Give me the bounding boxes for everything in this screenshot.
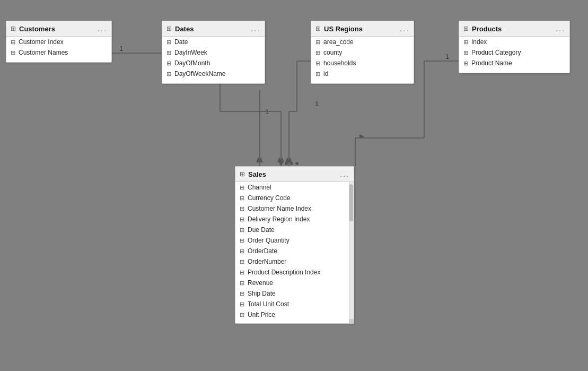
svg-marker-6 [280,157,284,162]
sales-field-label-8: Product Description Index [248,269,320,276]
svg-point-25 [285,162,288,165]
field-icon: ⊞ [240,216,244,223]
dates-field-2: ⊞ DayOfMonth [162,58,265,68]
field-icon: ⊞ [315,60,320,67]
field-icon: ⊞ [11,39,15,46]
sales-field-label-1: Currency Code [248,194,291,202]
products-field-2: ⊞ Product Name [459,58,569,68]
sales-field-label-11: Total Unit Cost [248,300,289,308]
svg-marker-10 [259,157,263,162]
customers-field-label-0: Customer Index [19,38,64,46]
sales-table-header[interactable]: ⊞ Sales ... [235,167,354,182]
us-regions-field-label-3: id [323,70,328,77]
sales-table-resize-handle[interactable] [349,319,354,323]
sales-field-label-5: Order Quantity [248,237,289,244]
sales-field-8: ⊞ Product Description Index [235,267,354,278]
field-icon: ⊞ [463,60,468,67]
field-icon: ⊞ [166,71,171,77]
sales-field-label-12: Unit Price [248,311,275,318]
svg-text:1: 1 [119,45,123,53]
field-icon: ⊞ [463,49,468,56]
us-regions-field-2: ⊞ households [311,58,414,68]
sales-field-1: ⊞ Currency Code [235,193,354,203]
dates-field-3: ⊞ DayOfWeekName [162,68,265,79]
customers-table-menu[interactable]: ... [98,24,107,33]
dates-field-1: ⊞ DayInWeek [162,47,265,58]
products-table-header[interactable]: ⊞ Products ... [459,21,569,37]
sales-field-10: ⊞ Ship Date [235,288,354,299]
field-icon: ⊞ [240,269,244,276]
dates-table: ⊞ Dates ... ⊞ Date ⊞ DayInWeek ⊞ DayOfMo… [162,21,265,84]
dates-field-label-2: DayOfMonth [174,59,210,67]
products-grid-icon: ⊞ [463,25,469,32]
svg-point-27 [295,162,299,165]
svg-point-24 [279,162,283,165]
field-icon: ⊞ [166,39,171,46]
sales-field-label-3: Delivery Region Index [248,215,310,223]
customers-field-1: ⊞ Customer Names [6,47,111,58]
products-table-title: Products [472,25,502,33]
sales-field-label-2: Customer Name Index [248,205,311,212]
field-icon: ⊞ [240,301,244,308]
us-regions-field-0: ⊞ area_code [311,37,414,47]
us-regions-field-label-0: area_code [323,38,354,46]
dates-grid-icon: ⊞ [166,25,172,32]
svg-marker-23 [359,134,365,139]
sales-field-6: ⊞ OrderDate [235,246,354,256]
field-icon: ⊞ [240,184,244,191]
dates-field-label-1: DayInWeek [174,49,207,56]
sales-field-label-4: Due Date [248,226,275,234]
field-icon: ⊞ [11,49,15,56]
customers-grid-icon: ⊞ [11,25,16,32]
field-icon: ⊞ [315,71,320,77]
dates-field-label-3: DayOfWeekName [174,70,225,77]
us-regions-grid-icon: ⊞ [315,25,321,32]
svg-point-26 [290,162,293,165]
sales-field-4: ⊞ Due Date [235,225,354,235]
sales-field-label-6: OrderDate [248,247,277,255]
field-icon: ⊞ [240,237,244,244]
customers-field-label-1: Customer Names [19,49,68,56]
customers-table-header[interactable]: ⊞ Customers ... [6,21,111,37]
dates-table-header[interactable]: ⊞ Dates ... [162,21,265,37]
sales-field-label-7: OrderNumber [248,258,286,265]
svg-text:1: 1 [445,53,449,61]
field-icon: ⊞ [166,60,171,67]
us-regions-field-label-2: households [323,59,356,67]
sales-table-title: Sales [248,170,266,178]
customers-table: ⊞ Customers ... ⊞ Customer Index ⊞ Custo… [6,21,112,63]
sales-field-12: ⊞ Unit Price [235,309,354,320]
field-icon: ⊞ [240,258,244,265]
us-regions-field-1: ⊞ county [311,47,414,58]
products-field-0: ⊞ Index [459,37,569,47]
field-icon: ⊞ [315,39,320,46]
field-icon: ⊞ [240,205,244,212]
products-table-menu[interactable]: ... [556,24,565,33]
svg-marker-16 [285,157,289,162]
sales-grid-icon: ⊞ [240,170,245,178]
field-icon: ⊞ [240,195,244,202]
dates-field-label-0: Date [174,38,188,46]
svg-text:1: 1 [315,100,319,108]
sales-table-menu[interactable]: ... [340,170,349,178]
dates-field-0: ⊞ Date [162,37,265,47]
us-regions-table: ⊞ US Regions ... ⊞ area_code ⊞ county ⊞ … [311,21,414,84]
svg-marker-17 [288,157,292,162]
us-regions-table-menu[interactable]: ... [400,24,409,33]
sales-field-7: ⊞ OrderNumber [235,256,354,267]
svg-marker-5 [277,157,282,162]
svg-text:1: 1 [265,108,269,116]
us-regions-table-header[interactable]: ⊞ US Regions ... [311,21,414,37]
field-icon: ⊞ [240,227,244,234]
sales-field-label-9: Revenue [248,279,273,287]
products-field-label-1: Product Category [471,49,521,56]
sales-field-11: ⊞ Total Unit Cost [235,299,354,309]
field-icon: ⊞ [240,312,244,318]
field-icon: ⊞ [463,39,468,46]
dates-table-menu[interactable]: ... [251,24,260,33]
us-regions-field-label-1: county [323,49,342,56]
sales-field-9: ⊞ Revenue [235,278,354,288]
sales-field-3: ⊞ Delivery Region Index [235,214,354,225]
field-icon: ⊞ [240,280,244,287]
field-icon: ⊞ [240,248,244,255]
